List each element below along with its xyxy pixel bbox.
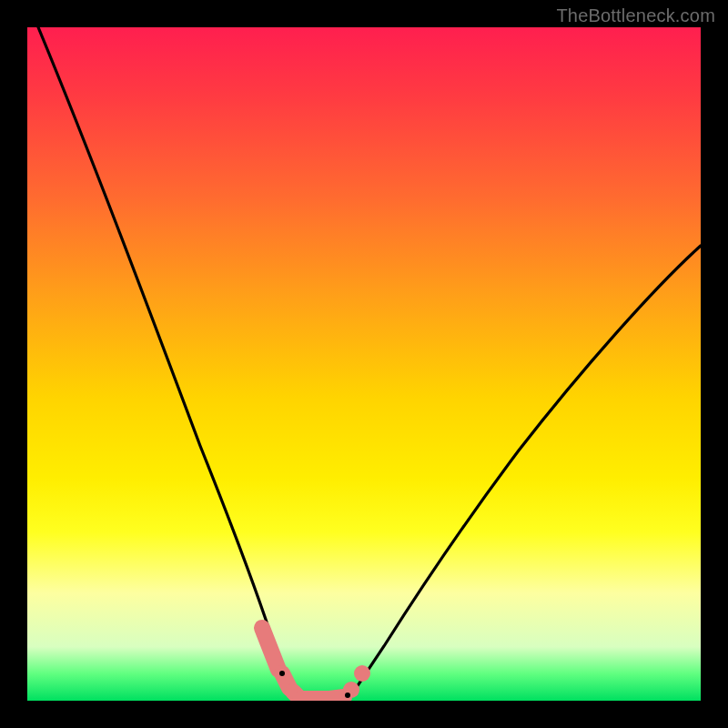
left-curve xyxy=(38,27,298,701)
curves-svg xyxy=(27,27,701,701)
svg-point-1 xyxy=(345,693,350,698)
watermark-text: TheBottleneck.com xyxy=(556,5,715,26)
bottom-marker-group xyxy=(262,628,370,699)
plot-area xyxy=(27,27,701,701)
svg-point-0 xyxy=(279,671,285,676)
right-curve xyxy=(348,246,701,701)
marker-seg xyxy=(329,697,344,699)
marker-dot xyxy=(354,665,370,682)
marker-seg xyxy=(262,628,278,670)
chart-frame: TheBottleneck.com xyxy=(0,0,728,728)
